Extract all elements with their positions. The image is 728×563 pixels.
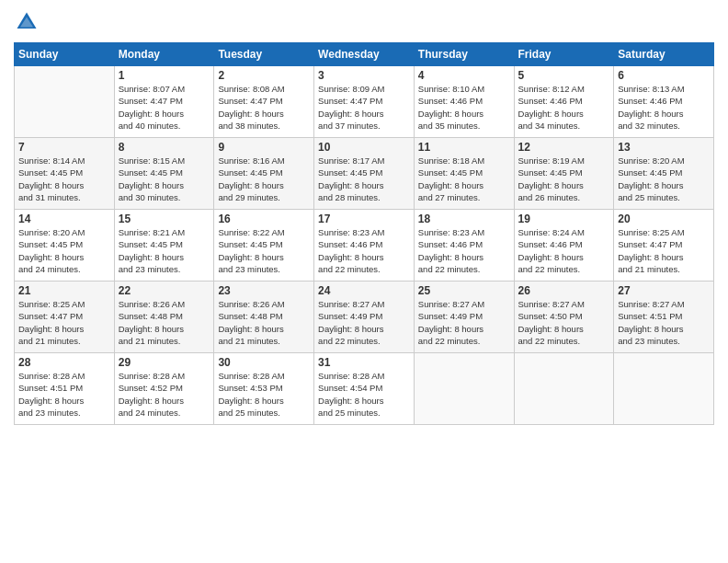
day-number: 10 [318,141,410,154]
day-info: Sunrise: 8:17 AM Sunset: 4:45 PM Dayligh… [318,155,410,203]
day-number: 19 [518,213,610,225]
calendar-cell: 29Sunrise: 8:28 AM Sunset: 4:52 PM Dayli… [114,353,214,425]
calendar-header-row: SundayMondayTuesdayWednesdayThursdayFrid… [15,43,714,66]
calendar-cell: 20Sunrise: 8:25 AM Sunset: 4:47 PM Dayli… [614,210,714,282]
calendar-cell: 19Sunrise: 8:24 AM Sunset: 4:46 PM Dayli… [514,210,614,282]
calendar-cell: 22Sunrise: 8:26 AM Sunset: 4:48 PM Dayli… [114,282,214,353]
calendar-cell: 13Sunrise: 8:20 AM Sunset: 4:45 PM Dayli… [614,138,714,210]
calendar-cell: 16Sunrise: 8:22 AM Sunset: 4:45 PM Dayli… [214,210,314,282]
day-number: 23 [218,284,310,297]
col-header-tuesday: Tuesday [214,43,314,66]
calendar-cell: 17Sunrise: 8:23 AM Sunset: 4:46 PM Dayli… [314,210,415,282]
calendar-week-row: 1Sunrise: 8:07 AM Sunset: 4:47 PM Daylig… [15,66,714,138]
calendar-cell: 6Sunrise: 8:13 AM Sunset: 4:46 PM Daylig… [614,66,714,138]
calendar-cell: 15Sunrise: 8:21 AM Sunset: 4:45 PM Dayli… [114,210,214,282]
calendar-cell: 9Sunrise: 8:16 AM Sunset: 4:45 PM Daylig… [214,138,314,210]
day-number: 22 [119,284,210,297]
day-info: Sunrise: 8:27 AM Sunset: 4:51 PM Dayligh… [618,298,710,347]
day-info: Sunrise: 8:19 AM Sunset: 4:45 PM Dayligh… [518,155,610,203]
calendar-week-row: 21Sunrise: 8:25 AM Sunset: 4:47 PM Dayli… [15,282,714,353]
day-info: Sunrise: 8:15 AM Sunset: 4:45 PM Dayligh… [119,155,210,203]
day-number: 31 [318,356,410,369]
calendar-table: SundayMondayTuesdayWednesdayThursdayFrid… [14,42,714,425]
day-info: Sunrise: 8:28 AM Sunset: 4:51 PM Dayligh… [18,370,110,419]
day-info: Sunrise: 8:25 AM Sunset: 4:47 PM Dayligh… [18,298,110,347]
day-info: Sunrise: 8:23 AM Sunset: 4:46 PM Dayligh… [418,226,510,275]
day-number: 8 [119,141,210,154]
day-info: Sunrise: 8:27 AM Sunset: 4:49 PM Dayligh… [318,298,410,347]
day-info: Sunrise: 8:16 AM Sunset: 4:45 PM Dayligh… [218,155,310,203]
day-number: 21 [18,284,110,297]
day-info: Sunrise: 8:28 AM Sunset: 4:53 PM Dayligh… [218,370,310,419]
calendar-cell: 26Sunrise: 8:27 AM Sunset: 4:50 PM Dayli… [514,282,614,353]
day-number: 27 [618,284,710,297]
day-info: Sunrise: 8:18 AM Sunset: 4:45 PM Dayligh… [418,155,510,203]
day-number: 28 [18,356,110,369]
day-number: 20 [618,213,710,225]
day-number: 26 [518,284,610,297]
calendar-cell: 21Sunrise: 8:25 AM Sunset: 4:47 PM Dayli… [15,282,115,353]
calendar-cell [514,353,614,425]
day-info: Sunrise: 8:26 AM Sunset: 4:48 PM Dayligh… [218,298,310,347]
calendar-cell: 11Sunrise: 8:18 AM Sunset: 4:45 PM Dayli… [414,138,514,210]
day-info: Sunrise: 8:12 AM Sunset: 4:46 PM Dayligh… [518,83,610,132]
day-number: 11 [418,141,510,154]
logo-icon [14,9,40,35]
day-info: Sunrise: 8:23 AM Sunset: 4:46 PM Dayligh… [318,226,410,275]
col-header-friday: Friday [514,43,614,66]
day-info: Sunrise: 8:24 AM Sunset: 4:46 PM Dayligh… [518,226,610,275]
day-number: 16 [218,213,310,225]
day-number: 18 [418,213,510,225]
calendar-cell: 12Sunrise: 8:19 AM Sunset: 4:45 PM Dayli… [514,138,614,210]
calendar-cell: 4Sunrise: 8:10 AM Sunset: 4:46 PM Daylig… [414,66,514,138]
col-header-saturday: Saturday [614,43,714,66]
day-info: Sunrise: 8:28 AM Sunset: 4:52 PM Dayligh… [119,370,210,419]
day-number: 14 [18,213,110,225]
calendar-cell: 8Sunrise: 8:15 AM Sunset: 4:45 PM Daylig… [114,138,214,210]
day-number: 4 [418,69,510,82]
col-header-thursday: Thursday [414,43,514,66]
day-info: Sunrise: 8:21 AM Sunset: 4:45 PM Dayligh… [119,226,210,275]
calendar-cell: 27Sunrise: 8:27 AM Sunset: 4:51 PM Dayli… [614,282,714,353]
day-number: 9 [218,141,310,154]
calendar-cell: 23Sunrise: 8:26 AM Sunset: 4:48 PM Dayli… [214,282,314,353]
calendar-week-row: 14Sunrise: 8:20 AM Sunset: 4:45 PM Dayli… [15,210,714,282]
day-info: Sunrise: 8:26 AM Sunset: 4:48 PM Dayligh… [119,298,210,347]
calendar-cell [15,66,115,138]
day-info: Sunrise: 8:27 AM Sunset: 4:50 PM Dayligh… [518,298,610,347]
page-header [14,9,714,35]
day-info: Sunrise: 8:09 AM Sunset: 4:47 PM Dayligh… [318,83,410,132]
col-header-wednesday: Wednesday [314,43,415,66]
col-header-monday: Monday [114,43,214,66]
day-number: 25 [418,284,510,297]
calendar-cell: 18Sunrise: 8:23 AM Sunset: 4:46 PM Dayli… [414,210,514,282]
day-info: Sunrise: 8:25 AM Sunset: 4:47 PM Dayligh… [618,226,710,275]
day-info: Sunrise: 8:13 AM Sunset: 4:46 PM Dayligh… [618,83,710,132]
day-info: Sunrise: 8:20 AM Sunset: 4:45 PM Dayligh… [618,155,710,203]
day-number: 17 [318,213,410,225]
calendar-week-row: 28Sunrise: 8:28 AM Sunset: 4:51 PM Dayli… [15,353,714,425]
logo [14,9,43,35]
calendar-week-row: 7Sunrise: 8:14 AM Sunset: 4:45 PM Daylig… [15,138,714,210]
calendar-cell: 24Sunrise: 8:27 AM Sunset: 4:49 PM Dayli… [314,282,415,353]
day-number: 5 [518,69,610,82]
calendar-cell: 3Sunrise: 8:09 AM Sunset: 4:47 PM Daylig… [314,66,415,138]
calendar-cell: 7Sunrise: 8:14 AM Sunset: 4:45 PM Daylig… [15,138,115,210]
calendar-cell [414,353,514,425]
day-number: 1 [119,69,210,82]
day-number: 15 [119,213,210,225]
day-info: Sunrise: 8:28 AM Sunset: 4:54 PM Dayligh… [318,370,410,419]
calendar-cell: 10Sunrise: 8:17 AM Sunset: 4:45 PM Dayli… [314,138,415,210]
day-number: 29 [119,356,210,369]
day-number: 30 [218,356,310,369]
calendar-cell: 1Sunrise: 8:07 AM Sunset: 4:47 PM Daylig… [114,66,214,138]
calendar-cell: 25Sunrise: 8:27 AM Sunset: 4:49 PM Dayli… [414,282,514,353]
day-number: 3 [318,69,410,82]
calendar-cell: 31Sunrise: 8:28 AM Sunset: 4:54 PM Dayli… [314,353,415,425]
calendar-cell: 2Sunrise: 8:08 AM Sunset: 4:47 PM Daylig… [214,66,314,138]
day-number: 7 [18,141,110,154]
day-number: 6 [618,69,710,82]
col-header-sunday: Sunday [15,43,115,66]
day-number: 13 [618,141,710,154]
day-info: Sunrise: 8:22 AM Sunset: 4:45 PM Dayligh… [218,226,310,275]
